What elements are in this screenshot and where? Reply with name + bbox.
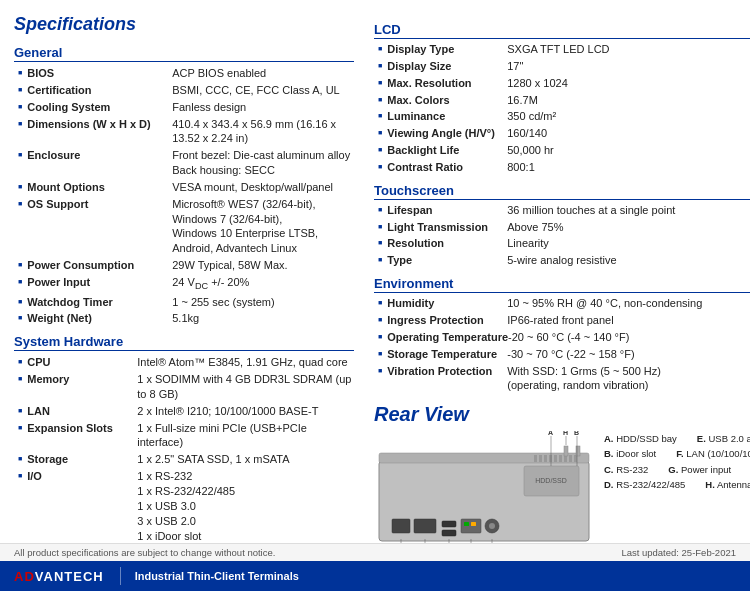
spec-label: Memory xyxy=(27,372,137,387)
svg-rect-13 xyxy=(392,519,410,533)
svg-rect-3 xyxy=(539,455,542,462)
svg-text:H: H xyxy=(563,431,568,436)
list-item: Weight (Net) 5.1kg xyxy=(18,311,354,326)
spec-value: -30 ~ 70 °C (-22 ~ 158 °F) xyxy=(507,347,634,362)
list-item: Ingress Protection IP66-rated front pane… xyxy=(378,313,750,328)
footer: ADVANTECH Industrial Thin-Client Termina… xyxy=(0,561,750,591)
spec-label: Weight (Net) xyxy=(27,311,172,326)
list-item: LAN 2 x Intel® I210; 10/100/1000 BASE-T xyxy=(18,404,354,419)
rear-view-labels: A. HDD/SSD bay E. USB 2.0 and 3.0 B. iDo… xyxy=(604,431,750,492)
list-item: Display Type SXGA TFT LED LCD xyxy=(378,42,750,57)
spec-label: Dimensions (W x H x D) xyxy=(27,117,172,132)
footer-tagline: Industrial Thin-Client Terminals xyxy=(135,570,299,582)
lcd-spec-list: Display Type SXGA TFT LED LCD Display Si… xyxy=(378,42,750,175)
labels-row-2: B. iDoor slot F. LAN (10/100/1000) xyxy=(604,446,750,461)
spec-label: Certification xyxy=(27,83,172,98)
list-item: I/O 1 x RS-2321 x RS-232/422/4851 x USB … xyxy=(18,469,354,543)
footer-logo-adv: AD xyxy=(14,569,35,584)
last-updated-text: Last updated: 25-Feb-2021 xyxy=(621,547,736,558)
system-hardware-section-title: System Hardware xyxy=(14,334,354,351)
system-hardware-spec-list: CPU Intel® Atom™ E3845, 1.91 GHz, quad c… xyxy=(18,355,354,543)
list-item: Mount Options VESA mount, Desktop/wall/p… xyxy=(18,180,354,195)
list-item: Max. Colors 16.7M xyxy=(378,93,750,108)
spec-value: Fanless design xyxy=(172,100,246,115)
spec-label: Mount Options xyxy=(27,180,172,195)
spec-value: 350 cd/m² xyxy=(507,109,556,124)
label-item-e: E. USB 2.0 and 3.0 xyxy=(697,431,750,446)
spec-label: Type xyxy=(387,253,507,268)
footer-divider xyxy=(120,567,121,585)
list-item: Dimensions (W x H x D) 410.4 x 343.4 x 5… xyxy=(18,117,354,147)
spec-label: Storage xyxy=(27,452,137,467)
labels-row-1: A. HDD/SSD bay E. USB 2.0 and 3.0 xyxy=(604,431,750,446)
spec-value: 160/140 xyxy=(507,126,547,141)
spec-value: ACP BIOS enabled xyxy=(172,66,266,81)
left-column: Specifications General BIOS ACP BIOS ena… xyxy=(14,14,354,571)
spec-label: Light Transmission xyxy=(387,220,507,235)
spec-value: SXGA TFT LED LCD xyxy=(507,42,609,57)
list-item: Luminance 350 cd/m² xyxy=(378,109,750,124)
spec-label: LAN xyxy=(27,404,137,419)
svg-rect-14 xyxy=(414,519,436,533)
spec-label: Backlight Life xyxy=(387,143,507,158)
svg-rect-19 xyxy=(471,522,476,526)
spec-value: Front bezel: Die-cast aluminum alloyBack… xyxy=(172,148,350,178)
spec-label: Display Size xyxy=(387,59,507,74)
spec-label: Power Input xyxy=(27,275,172,290)
spec-label: Luminance xyxy=(387,109,507,124)
spec-value: Linearity xyxy=(507,236,549,251)
svg-rect-5 xyxy=(549,455,552,462)
footer-logo: ADVANTECH xyxy=(14,569,104,584)
spec-value: Intel® Atom™ E3845, 1.91 GHz, quad core xyxy=(137,355,348,370)
list-item: Certification BSMI, CCC, CE, FCC Class A… xyxy=(18,83,354,98)
list-item: CPU Intel® Atom™ E3845, 1.91 GHz, quad c… xyxy=(18,355,354,370)
general-section-title: General xyxy=(14,45,354,62)
spec-value: 1280 x 1024 xyxy=(507,76,568,91)
touchscreen-section-title: Touchscreen xyxy=(374,183,750,200)
spec-value: VESA mount, Desktop/wall/panel xyxy=(172,180,333,195)
spec-label: Max. Resolution xyxy=(387,76,507,91)
spec-label: Contrast Ratio xyxy=(387,160,507,175)
lcd-section-title: LCD xyxy=(374,22,750,39)
spec-label: Lifespan xyxy=(387,203,507,218)
list-item: Max. Resolution 1280 x 1024 xyxy=(378,76,750,91)
spec-value: 36 million touches at a single point xyxy=(507,203,675,218)
page-title: Specifications xyxy=(14,14,354,35)
notice-text: All product specifications are subject t… xyxy=(14,547,275,558)
list-item: Power Consumption 29W Typical, 58W Max. xyxy=(18,258,354,273)
label-item-d: D. RS-232/422/485 xyxy=(604,477,685,492)
spec-value: BSMI, CCC, CE, FCC Class A, UL xyxy=(172,83,339,98)
svg-rect-15 xyxy=(442,521,456,527)
right-column: LCD Display Type SXGA TFT LED LCD Displa… xyxy=(374,14,750,571)
spec-label: Resolution xyxy=(387,236,507,251)
list-item: Watchdog Timer 1 ~ 255 sec (system) xyxy=(18,295,354,310)
spec-value: 29W Typical, 58W Max. xyxy=(172,258,287,273)
spec-label: CPU xyxy=(27,355,137,370)
spec-label: OS Support xyxy=(27,197,172,212)
list-item: Storage 1 x 2.5" SATA SSD, 1 x mSATA xyxy=(18,452,354,467)
label-item-h: H. Antenna port xyxy=(705,477,750,492)
label-item-g: G. Power input xyxy=(668,462,731,477)
spec-value: 1 x Full-size mini PCIe (USB+PCIe interf… xyxy=(137,421,354,451)
label-item-a: A. HDD/SSD bay xyxy=(604,431,677,446)
spec-value: 800:1 xyxy=(507,160,535,175)
svg-rect-9 xyxy=(569,455,572,462)
spec-value: 1 x 2.5" SATA SSD, 1 x mSATA xyxy=(137,452,289,467)
svg-rect-16 xyxy=(442,530,456,536)
labels-row-4: D. RS-232/422/485 H. Antenna port xyxy=(604,477,750,492)
spec-value: With SSD: 1 Grms (5 ~ 500 Hz)(operating,… xyxy=(507,364,661,394)
svg-rect-17 xyxy=(461,519,481,533)
list-item: Type 5-wire analog resistive xyxy=(378,253,750,268)
svg-rect-1 xyxy=(379,453,589,463)
spec-label: Power Consumption xyxy=(27,258,172,273)
list-item: Lifespan 36 million touches at a single … xyxy=(378,203,750,218)
spec-value: Above 75% xyxy=(507,220,563,235)
svg-rect-6 xyxy=(554,455,557,462)
label-item-b: B. iDoor slot xyxy=(604,446,656,461)
spec-label: Vibration Protection xyxy=(387,364,507,379)
svg-rect-2 xyxy=(534,455,537,462)
spec-label: Storage Temperature xyxy=(387,347,507,362)
svg-text:HDD/SSD: HDD/SSD xyxy=(535,477,567,484)
spec-label: Operating Temperature xyxy=(387,330,508,345)
rear-view-title: Rear View xyxy=(374,403,750,426)
